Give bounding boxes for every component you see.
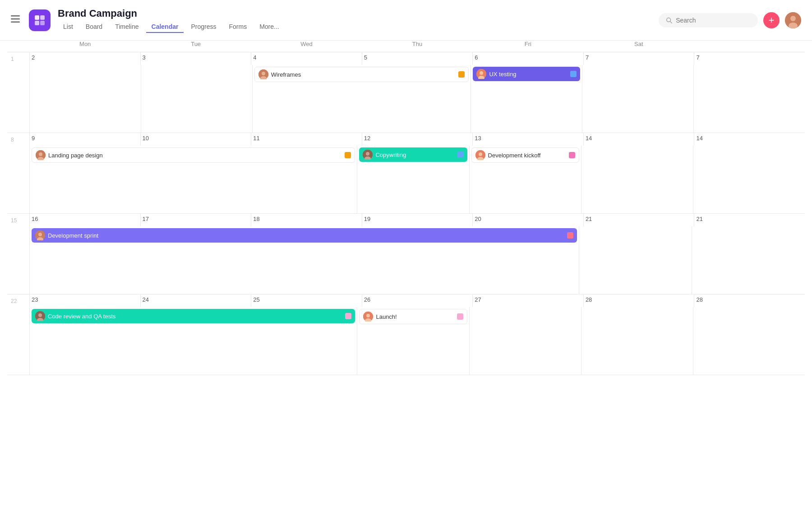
ux-testing-indicator [570,71,577,77]
event-copywriting[interactable]: Copywriting [359,147,467,162]
svg-rect-0 [11,15,20,17]
header-right: + [659,12,801,28]
week-row-1: 1 2 3 4 5 6 7 7 Wireframes [7,52,805,133]
week1-tue[interactable]: 3 [141,52,252,65]
week3-tue[interactable]: 17 [141,214,252,226]
week3-mon[interactable]: 16 [30,214,141,226]
week2-sun-events[interactable] [693,146,805,213]
hamburger-icon[interactable] [11,15,20,25]
calendar: Mon Tue Wed Thu Fri Sat 1 2 3 4 5 6 7 7 [0,41,812,375]
avatar[interactable] [785,12,801,28]
week3-sun[interactable]: 21 [694,214,805,226]
event-dev-sprint[interactable]: Development sprint [32,228,577,243]
week4-fri[interactable]: 27 [473,294,584,307]
dev-sprint-avatar [35,230,45,240]
week4-sun-events[interactable] [693,307,805,375]
week1-wed-thu-events[interactable]: Wireframes [253,65,471,133]
week2-fri[interactable]: 13 [473,133,584,146]
week4-dates: 22 23 24 25 26 27 28 28 [7,294,805,307]
week2-wed[interactable]: 11 [251,133,362,146]
week2-thu-events[interactable]: Copywriting [357,146,469,213]
event-ux-testing[interactable]: UX testing [473,67,580,81]
tab-forms[interactable]: Forms [224,21,253,33]
week3-fri[interactable]: 20 [473,214,584,226]
week2-fri-events[interactable]: Development kickoff [470,146,581,213]
week3-thu[interactable]: 19 [362,214,473,226]
landing-label: Landing page design [48,152,342,159]
week3-sat-events[interactable] [579,226,692,294]
tab-timeline[interactable]: Timeline [110,21,144,33]
week2-mon-wed-events[interactable]: Landing page design [30,146,357,213]
week4-tue[interactable]: 24 [141,294,252,307]
app-header: Brand Campaign List Board Timeline Calen… [0,0,812,41]
add-button[interactable]: + [763,12,780,28]
week2-events: Landing page design Copywriting [7,146,805,213]
week1-sun[interactable]: 7 [694,52,805,65]
event-landing-page[interactable]: Landing page design [32,147,355,163]
code-review-avatar [35,311,45,321]
week3-sat[interactable]: 21 [584,214,695,226]
event-code-review[interactable]: Code review and QA tests [32,309,355,323]
launch-label: Launch! [376,313,454,320]
launch-indicator [457,313,463,320]
code-review-label: Code review and QA tests [48,313,342,320]
week4-thu-events[interactable]: Launch! [357,307,469,375]
svg-point-19 [39,152,42,156]
week2-tue[interactable]: 10 [141,133,252,146]
week1-fri-events[interactable]: UX testing [471,65,582,133]
week2-mon[interactable]: 9 [30,133,141,146]
svg-point-22 [366,152,369,156]
week4-wed[interactable]: 25 [251,294,362,307]
tab-more[interactable]: More... [254,21,285,33]
week2-dates: 8 9 10 11 12 13 14 14 [7,133,805,146]
week1-thu[interactable]: 5 [362,52,473,65]
tab-calendar[interactable]: Calendar [146,21,184,33]
svg-point-16 [480,71,483,75]
tab-board[interactable]: Board [80,21,108,33]
day-header-fri: Fri [473,41,583,47]
week4-thu[interactable]: 26 [362,294,473,307]
week2-sat[interactable]: 14 [584,133,695,146]
week1-sat[interactable]: 7 [584,52,695,65]
week4-sat-events[interactable] [581,307,693,375]
week1-tue-events[interactable] [141,65,253,133]
ux-testing-label: UX testing [489,71,567,78]
week4-mon-wed-events[interactable]: Code review and QA tests [30,307,357,375]
week4-mon[interactable]: 23 [30,294,141,307]
landing-indicator [345,152,351,158]
event-launch[interactable]: Launch! [359,309,467,324]
week2-thu[interactable]: 12 [362,133,473,146]
ux-testing-avatar [476,69,486,79]
search-input[interactable] [676,17,751,24]
week3-sun-events[interactable] [692,226,805,294]
event-dev-kickoff[interactable]: Development kickoff [471,147,579,163]
week2-sun[interactable]: 14 [694,133,805,146]
week4-fri-events[interactable] [470,307,581,375]
copywriting-avatar [363,150,373,160]
day-header-thu: Thu [362,41,472,47]
day-header-sun [694,41,805,47]
week1-dates: 1 2 3 4 5 6 7 7 [7,52,805,65]
dev-kickoff-label: Development kickoff [488,152,566,159]
week4-sat[interactable]: 28 [584,294,695,307]
week1-mon[interactable]: 2 [30,52,141,65]
week3-wed[interactable]: 18 [251,214,362,226]
week4-sun[interactable]: 28 [694,294,805,307]
wireframes-avatar [258,69,268,79]
week1-wed[interactable]: 4 [251,52,362,65]
week2-sat-events[interactable] [581,146,693,213]
week3-span-events[interactable]: Development sprint [30,226,579,294]
week1-sat-events[interactable] [582,65,694,133]
dev-kickoff-indicator [569,152,575,158]
wireframes-label: Wireframes [271,71,456,78]
week1-sun-events[interactable] [694,65,805,133]
event-wireframes[interactable]: Wireframes [254,67,469,82]
tab-progress[interactable]: Progress [185,21,221,33]
app-logo [29,9,51,31]
week1-mon-events[interactable] [30,65,141,133]
search-bar[interactable] [659,13,758,28]
nav-tabs: List Board Timeline Calendar Progress Fo… [58,21,651,33]
week1-fri[interactable]: 6 [473,52,584,65]
svg-line-8 [670,21,672,23]
tab-list[interactable]: List [58,21,78,33]
